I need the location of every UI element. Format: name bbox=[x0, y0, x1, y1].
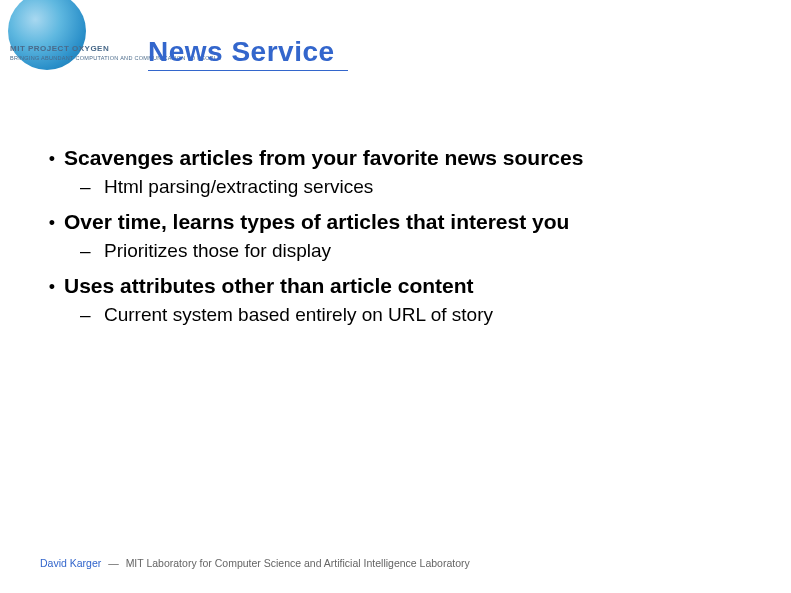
title-underline bbox=[148, 70, 348, 71]
bullet-sub-text: Prioritizes those for display bbox=[104, 239, 331, 263]
bullet-sub: – Prioritizes those for display bbox=[80, 239, 751, 263]
bullet-group: • Over time, learns types of articles th… bbox=[40, 209, 751, 263]
bullet-main-text: Over time, learns types of articles that… bbox=[64, 209, 569, 235]
bullet-main: • Scavenges articles from your favorite … bbox=[40, 145, 751, 171]
bullet-group: • Uses attributes other than article con… bbox=[40, 273, 751, 327]
footer-author: David Karger bbox=[40, 557, 101, 569]
bullet-main-text: Scavenges articles from your favorite ne… bbox=[64, 145, 583, 171]
bullet-main: • Uses attributes other than article con… bbox=[40, 273, 751, 299]
bullet-dot-icon: • bbox=[40, 214, 64, 232]
bullet-group: • Scavenges articles from your favorite … bbox=[40, 145, 751, 199]
bullet-sub-text: Html parsing/extracting services bbox=[104, 175, 373, 199]
mit-oxygen-logo: MIT PROJECT OXYGEN BRINGING ABUNDANT COM… bbox=[10, 10, 128, 68]
bullet-main: • Over time, learns types of articles th… bbox=[40, 209, 751, 235]
bullet-dash-icon: – bbox=[80, 240, 104, 262]
footer-affiliation: MIT Laboratory for Computer Science and … bbox=[126, 557, 470, 569]
bullet-main-text: Uses attributes other than article conte… bbox=[64, 273, 474, 299]
slide-title: News Service bbox=[148, 36, 335, 68]
bullet-sub: – Html parsing/extracting services bbox=[80, 175, 751, 199]
footer-separator: — bbox=[108, 557, 119, 569]
bullet-dot-icon: • bbox=[40, 150, 64, 168]
slide-footer: David Karger — MIT Laboratory for Comput… bbox=[40, 557, 470, 569]
bullet-dot-icon: • bbox=[40, 278, 64, 296]
bullet-dash-icon: – bbox=[80, 176, 104, 198]
slide-body: • Scavenges articles from your favorite … bbox=[40, 145, 751, 337]
bullet-sub: – Current system based entirely on URL o… bbox=[80, 303, 751, 327]
bullet-dash-icon: – bbox=[80, 304, 104, 326]
slide-header: MIT PROJECT OXYGEN BRINGING ABUNDANT COM… bbox=[10, 10, 128, 68]
bullet-sub-text: Current system based entirely on URL of … bbox=[104, 303, 493, 327]
